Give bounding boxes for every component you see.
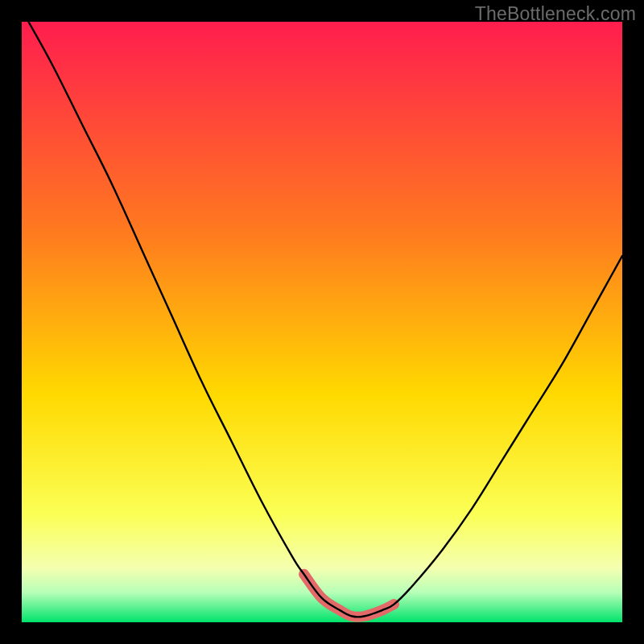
gradient-background xyxy=(22,22,622,622)
plot-area xyxy=(22,22,622,622)
attribution-text: TheBottleneck.com xyxy=(475,3,636,25)
chart-frame: TheBottleneck.com xyxy=(0,0,644,644)
chart-canvas xyxy=(22,22,622,622)
